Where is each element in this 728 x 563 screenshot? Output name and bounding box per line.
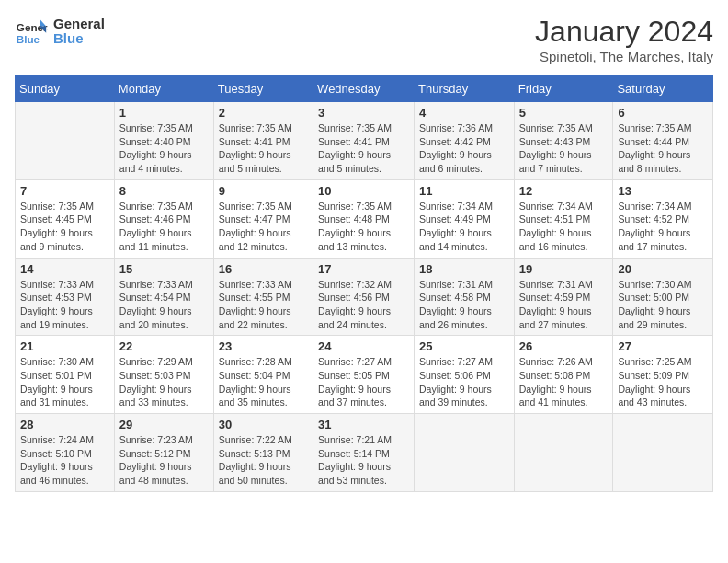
day-number: 16 — [219, 262, 308, 276]
day-info: Sunrise: 7:25 AMSunset: 5:09 PMDaylight:… — [618, 355, 708, 409]
calendar-cell: 22Sunrise: 7:29 AMSunset: 5:03 PMDayligh… — [114, 336, 213, 414]
day-number: 10 — [318, 184, 409, 198]
day-info: Sunrise: 7:28 AMSunset: 5:04 PMDaylight:… — [219, 355, 308, 409]
day-info: Sunrise: 7:22 AMSunset: 5:13 PMDaylight:… — [219, 433, 308, 488]
day-number: 24 — [318, 339, 409, 353]
month-title: January 2024 — [535, 15, 713, 49]
day-info: Sunrise: 7:35 AMSunset: 4:41 PMDaylight:… — [219, 121, 308, 176]
day-info: Sunrise: 7:33 AMSunset: 4:53 PMDaylight:… — [20, 278, 109, 332]
calendar-week-row: 7Sunrise: 7:35 AMSunset: 4:45 PMDaylight… — [16, 179, 713, 258]
day-info: Sunrise: 7:32 AMSunset: 4:56 PMDaylight:… — [318, 278, 409, 332]
day-info: Sunrise: 7:35 AMSunset: 4:47 PMDaylight:… — [219, 200, 308, 254]
col-wednesday: Wednesday — [313, 76, 415, 102]
calendar-cell — [514, 414, 613, 492]
day-number: 11 — [419, 184, 509, 198]
col-tuesday: Tuesday — [213, 76, 313, 102]
calendar-week-row: 14Sunrise: 7:33 AMSunset: 4:53 PMDayligh… — [16, 258, 713, 336]
calendar-cell: 19Sunrise: 7:31 AMSunset: 4:59 PMDayligh… — [514, 258, 613, 336]
calendar-week-row: 28Sunrise: 7:24 AMSunset: 5:10 PMDayligh… — [16, 414, 713, 492]
calendar-cell: 20Sunrise: 7:30 AMSunset: 5:00 PMDayligh… — [613, 258, 713, 336]
logo-text-general: General — [53, 17, 105, 32]
day-number: 19 — [519, 262, 609, 276]
calendar-cell — [415, 414, 515, 492]
day-number: 6 — [618, 106, 708, 120]
day-info: Sunrise: 7:21 AMSunset: 5:14 PMDaylight:… — [318, 433, 409, 488]
calendar-cell: 3Sunrise: 7:35 AMSunset: 4:41 PMDaylight… — [313, 102, 415, 180]
calendar-cell: 24Sunrise: 7:27 AMSunset: 5:05 PMDayligh… — [313, 336, 415, 414]
calendar-cell: 26Sunrise: 7:26 AMSunset: 5:08 PMDayligh… — [514, 336, 613, 414]
day-number: 15 — [119, 262, 209, 276]
calendar-cell: 31Sunrise: 7:21 AMSunset: 5:14 PMDayligh… — [313, 414, 415, 492]
day-number: 9 — [219, 184, 308, 198]
calendar-cell: 21Sunrise: 7:30 AMSunset: 5:01 PMDayligh… — [16, 336, 115, 414]
calendar-cell: 2Sunrise: 7:35 AMSunset: 4:41 PMDaylight… — [213, 102, 313, 180]
day-number: 13 — [618, 184, 708, 198]
day-info: Sunrise: 7:36 AMSunset: 4:42 PMDaylight:… — [419, 121, 509, 176]
calendar-cell: 10Sunrise: 7:35 AMSunset: 4:48 PMDayligh… — [313, 179, 415, 258]
day-info: Sunrise: 7:35 AMSunset: 4:46 PMDaylight:… — [119, 200, 209, 254]
day-number: 28 — [20, 418, 109, 431]
calendar-cell: 18Sunrise: 7:31 AMSunset: 4:58 PMDayligh… — [415, 258, 515, 336]
day-info: Sunrise: 7:35 AMSunset: 4:44 PMDaylight:… — [618, 121, 708, 176]
day-info: Sunrise: 7:30 AMSunset: 5:01 PMDaylight:… — [20, 355, 109, 409]
calendar-cell: 9Sunrise: 7:35 AMSunset: 4:47 PMDaylight… — [213, 179, 313, 258]
calendar-cell: 23Sunrise: 7:28 AMSunset: 5:04 PMDayligh… — [213, 336, 313, 414]
calendar-cell: 4Sunrise: 7:36 AMSunset: 4:42 PMDaylight… — [415, 102, 515, 180]
day-number: 29 — [119, 418, 209, 431]
calendar-cell: 7Sunrise: 7:35 AMSunset: 4:45 PMDaylight… — [16, 179, 115, 258]
svg-text:Blue: Blue — [17, 33, 40, 45]
calendar-cell: 8Sunrise: 7:35 AMSunset: 4:46 PMDaylight… — [114, 179, 213, 258]
calendar-cell: 17Sunrise: 7:32 AMSunset: 4:56 PMDayligh… — [313, 258, 415, 336]
calendar-cell: 25Sunrise: 7:27 AMSunset: 5:06 PMDayligh… — [415, 336, 515, 414]
day-number: 20 — [618, 262, 708, 276]
calendar-cell: 1Sunrise: 7:35 AMSunset: 4:40 PMDaylight… — [114, 102, 213, 180]
calendar-cell: 27Sunrise: 7:25 AMSunset: 5:09 PMDayligh… — [613, 336, 713, 414]
calendar-header-row: Sunday Monday Tuesday Wednesday Thursday… — [16, 76, 713, 102]
page-header: General Blue General Blue January 2024 S… — [15, 15, 713, 64]
day-info: Sunrise: 7:30 AMSunset: 5:00 PMDaylight:… — [618, 278, 708, 332]
day-info: Sunrise: 7:34 AMSunset: 4:51 PMDaylight:… — [519, 200, 609, 254]
day-info: Sunrise: 7:35 AMSunset: 4:48 PMDaylight:… — [318, 200, 409, 254]
calendar-week-row: 21Sunrise: 7:30 AMSunset: 5:01 PMDayligh… — [16, 336, 713, 414]
calendar-cell: 15Sunrise: 7:33 AMSunset: 4:54 PMDayligh… — [114, 258, 213, 336]
day-number: 30 — [219, 418, 308, 431]
day-number: 27 — [618, 339, 708, 353]
day-number: 25 — [419, 339, 509, 353]
day-info: Sunrise: 7:33 AMSunset: 4:54 PMDaylight:… — [119, 278, 209, 332]
calendar-cell: 13Sunrise: 7:34 AMSunset: 4:52 PMDayligh… — [613, 179, 713, 258]
logo: General Blue General Blue — [15, 15, 105, 48]
day-info: Sunrise: 7:31 AMSunset: 4:59 PMDaylight:… — [519, 278, 609, 332]
day-info: Sunrise: 7:24 AMSunset: 5:10 PMDaylight:… — [20, 433, 109, 488]
calendar-cell: 12Sunrise: 7:34 AMSunset: 4:51 PMDayligh… — [514, 179, 613, 258]
col-sunday: Sunday — [16, 76, 115, 102]
calendar-cell — [613, 414, 713, 492]
calendar-cell: 11Sunrise: 7:34 AMSunset: 4:49 PMDayligh… — [415, 179, 515, 258]
calendar-cell: 29Sunrise: 7:23 AMSunset: 5:12 PMDayligh… — [114, 414, 213, 492]
day-info: Sunrise: 7:33 AMSunset: 4:55 PMDaylight:… — [219, 278, 308, 332]
day-number: 23 — [219, 339, 308, 353]
day-number: 4 — [419, 106, 509, 120]
calendar-cell: 30Sunrise: 7:22 AMSunset: 5:13 PMDayligh… — [213, 414, 313, 492]
day-info: Sunrise: 7:27 AMSunset: 5:05 PMDaylight:… — [318, 355, 409, 409]
logo-text-blue: Blue — [53, 31, 105, 47]
day-info: Sunrise: 7:35 AMSunset: 4:45 PMDaylight:… — [20, 200, 109, 254]
calendar-cell: 5Sunrise: 7:35 AMSunset: 4:43 PMDaylight… — [514, 102, 613, 180]
col-saturday: Saturday — [613, 76, 713, 102]
calendar-cell: 6Sunrise: 7:35 AMSunset: 4:44 PMDaylight… — [613, 102, 713, 180]
day-number: 2 — [219, 106, 308, 120]
location-subtitle: Spinetoli, The Marches, Italy — [535, 49, 713, 64]
day-number: 31 — [318, 418, 409, 431]
col-thursday: Thursday — [415, 76, 515, 102]
day-number: 26 — [519, 339, 609, 353]
day-info: Sunrise: 7:27 AMSunset: 5:06 PMDaylight:… — [419, 355, 509, 409]
day-number: 17 — [318, 262, 409, 276]
calendar-cell: 16Sunrise: 7:33 AMSunset: 4:55 PMDayligh… — [213, 258, 313, 336]
day-number: 18 — [419, 262, 509, 276]
day-number: 1 — [119, 106, 209, 120]
logo-icon: General Blue — [15, 15, 48, 48]
calendar-cell: 14Sunrise: 7:33 AMSunset: 4:53 PMDayligh… — [16, 258, 115, 336]
calendar-table: Sunday Monday Tuesday Wednesday Thursday… — [15, 75, 713, 492]
day-number: 12 — [519, 184, 609, 198]
calendar-cell — [16, 102, 115, 180]
day-info: Sunrise: 7:34 AMSunset: 4:49 PMDaylight:… — [419, 200, 509, 254]
